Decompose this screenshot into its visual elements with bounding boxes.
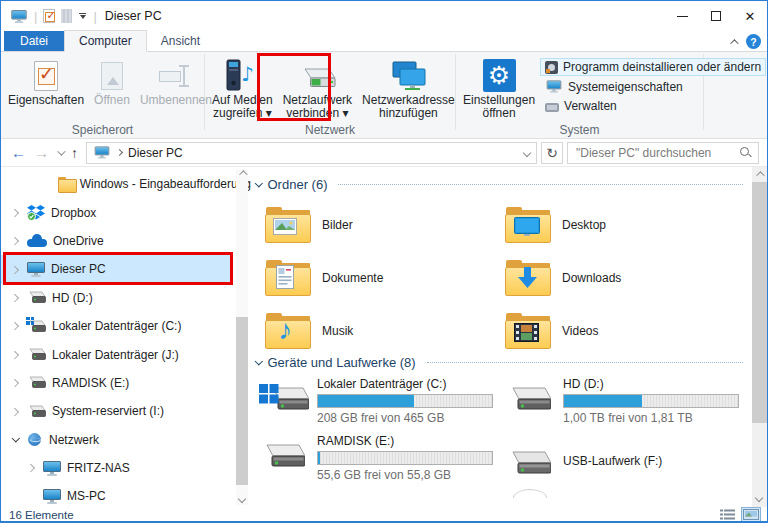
drive-d[interactable]: HD (D:) 1,00 TB frei von 1,81 TB — [505, 376, 751, 433]
sidebar-item-fritz-nas[interactable]: FRITZ-NAS — [1, 454, 251, 482]
address-bar: ← → ↑ Dieser PC ↻ — [1, 139, 767, 167]
folder-videos[interactable]: Videos — [505, 304, 745, 357]
tab-datei[interactable]: Datei — [4, 31, 64, 51]
sidebar-item-onedrive[interactable]: OneDrive — [1, 227, 251, 255]
sidebar-item-ramdisk-e[interactable]: RAMDISK (E:) — [1, 369, 251, 397]
manage-icon — [545, 103, 559, 112]
open-icon — [101, 62, 123, 90]
desktop-folder-icon — [505, 206, 551, 243]
section-header-geraete[interactable]: Geräte und Laufwerke (8) — [255, 355, 743, 370]
close-button[interactable]: ✕ — [733, 1, 767, 31]
section-rule — [338, 184, 743, 185]
sidebar-item-netzwerk[interactable]: Netzwerk — [1, 426, 251, 454]
scroll-down-icon[interactable] — [238, 496, 246, 504]
sidebar-item-windows-eingabeaufforderung[interactable]: Windows - Eingabeaufforderung — [1, 170, 251, 198]
sidebar-item-lokaler-datentraeger-c[interactable]: Lokaler Datenträger (C:) — [1, 312, 251, 340]
main-scrollbar[interactable] — [752, 167, 767, 507]
uninstall-program-icon — [545, 61, 558, 74]
folder-downloads[interactable]: Downloads — [505, 251, 745, 304]
sidebar-scrollbar[interactable] — [236, 169, 248, 505]
this-pc-icon — [95, 147, 109, 159]
section-header-ordner[interactable]: Ordner (6) — [255, 177, 743, 192]
netzwerkadresse-hinzufuegen-button[interactable]: Netzwerkadresse hinzufügen — [357, 54, 460, 120]
tab-ansicht[interactable]: Ansicht — [147, 31, 214, 51]
chevron-right-icon[interactable] — [11, 209, 19, 217]
file-list-pane: Ordner (6) Bilder Desktop — [251, 167, 767, 507]
downloads-folder-icon — [505, 259, 551, 296]
up-icon[interactable]: ↑ — [71, 145, 78, 161]
folder-tiles: Bilder Desktop Dokumente — [265, 198, 745, 357]
scroll-up-icon[interactable] — [238, 170, 246, 178]
search-input[interactable] — [574, 145, 735, 161]
drive-e-ramdisk[interactable]: RAMDISK (E:) 55,6 GB frei von 55,8 GB — [259, 433, 505, 490]
chevron-right-icon[interactable] — [11, 322, 19, 330]
sidebar-item-dieser-pc[interactable]: Dieser PC — [1, 255, 233, 283]
chevron-right-icon[interactable] — [11, 351, 19, 359]
scrollbar-thumb[interactable] — [752, 182, 767, 423]
chevron-right-icon[interactable] — [11, 265, 19, 273]
drive-f-usb[interactable]: USB-Laufwerk (F:) — [505, 433, 751, 490]
section-collapse-icon[interactable] — [255, 357, 263, 365]
capacity-bar — [317, 451, 493, 465]
properties-quick-icon[interactable] — [43, 9, 55, 23]
history-dropdown-icon[interactable] — [57, 147, 65, 155]
minimize-button[interactable] — [665, 1, 699, 31]
breadcrumb-location[interactable]: Dieser PC — [128, 146, 183, 160]
maximize-button[interactable] — [699, 1, 733, 31]
forward-icon[interactable]: → — [34, 144, 49, 161]
netzlaufwerk-verbinden-button[interactable]: Netzlaufwerk verbinden ▾ — [278, 54, 357, 120]
folder-musik[interactable]: ♪ Musik — [265, 304, 505, 357]
folder-desktop[interactable]: Desktop — [505, 198, 745, 251]
collapse-ribbon-icon[interactable] — [730, 39, 738, 47]
chevron-right-icon[interactable] — [11, 379, 19, 387]
chevron-right-icon[interactable] — [11, 294, 19, 302]
sidebar-item-system-reserviert-i[interactable]: System-reserviert (I:) — [1, 397, 251, 425]
folder-bilder[interactable]: Bilder — [265, 198, 505, 251]
window-controls: ✕ — [665, 1, 767, 31]
videos-folder-icon — [505, 312, 551, 349]
drive-icon — [259, 433, 309, 479]
verwalten-button[interactable]: Verwalten — [540, 97, 766, 115]
auf-medien-zugreifen-button[interactable]: ♪ Auf Medien zugreifen ▾ — [207, 54, 278, 120]
chevron-right-icon[interactable] — [11, 237, 19, 245]
drive-icon — [27, 376, 46, 389]
eigenschaften-button[interactable]: Eigenschaften — [3, 54, 89, 107]
chevron-right-icon[interactable] — [27, 464, 35, 472]
drive-icon — [27, 405, 46, 418]
app-icon[interactable] — [11, 10, 26, 23]
customize-qat-dropdown-icon[interactable] — [78, 13, 87, 19]
scroll-down-icon[interactable] — [755, 495, 763, 503]
programm-deinstallieren-button[interactable]: Programm deinstallieren oder ändern — [540, 58, 766, 76]
folder-dokumente[interactable]: Dokumente — [265, 251, 505, 304]
drive-icon — [505, 376, 555, 422]
drive-c[interactable]: Lokaler Datenträger (C:) 208 GB frei von… — [259, 376, 505, 433]
sidebar-item-lokaler-datentraeger-j[interactable]: Lokaler Datenträger (J:) — [1, 340, 251, 368]
systemeigenschaften-button[interactable]: Systemeigenschaften — [540, 77, 766, 96]
details-view-button[interactable] — [718, 507, 737, 522]
section-collapse-icon[interactable] — [255, 179, 263, 187]
search-box[interactable] — [567, 142, 759, 164]
oeffnen-button[interactable]: Öffnen — [89, 54, 135, 107]
chevron-down-icon[interactable] — [12, 434, 20, 442]
einstellungen-oeffnen-button[interactable]: ⚙ Einstellungen öffnen — [458, 54, 540, 120]
scroll-up-icon[interactable] — [755, 171, 763, 179]
search-icon[interactable] — [739, 146, 752, 159]
breadcrumb[interactable]: Dieser PC — [86, 142, 537, 164]
tab-computer[interactable]: Computer — [64, 30, 147, 52]
back-icon[interactable]: ← — [11, 144, 26, 161]
ribbon: Eigenschaften Öffnen Umbenennen Speicher… — [1, 52, 767, 139]
scrollbar-thumb[interactable] — [236, 317, 248, 485]
capacity-bar — [317, 394, 493, 408]
refresh-button[interactable]: ↻ — [541, 142, 563, 164]
chevron-right-icon[interactable] — [11, 407, 19, 415]
sidebar-item-hd-d[interactable]: HD (D:) — [1, 284, 251, 312]
sidebar-item-dropbox[interactable]: Dropbox — [1, 198, 251, 226]
sidebar-item-ms-pc[interactable]: MS-PC — [1, 482, 251, 507]
address-dropdown-icon[interactable] — [523, 148, 531, 156]
music-note-glyph: ♪ — [278, 314, 292, 346]
capacity-bar — [563, 394, 739, 408]
network-pc-icon — [43, 461, 61, 476]
icons-view-button[interactable] — [741, 507, 761, 522]
help-icon[interactable]: ? — [746, 34, 761, 49]
pictures-folder-icon — [265, 206, 311, 243]
